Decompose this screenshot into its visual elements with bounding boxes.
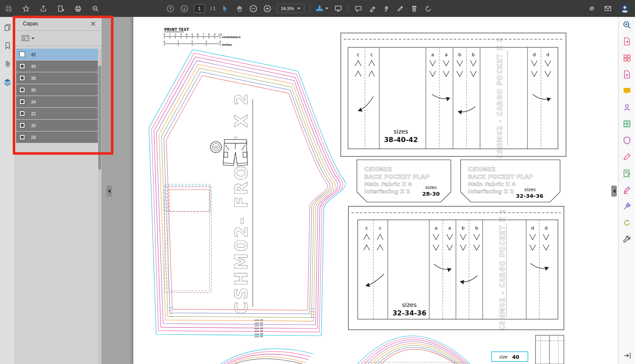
tool-export-pdf[interactable] (621, 36, 632, 46)
hand-tool-button[interactable] (235, 3, 243, 14)
svg-text:4: 4 (219, 40, 221, 44)
page-down-icon (180, 5, 188, 13)
tool-certificates[interactable] (621, 201, 632, 211)
next-page-button[interactable] (180, 3, 188, 14)
svg-text:9: 9 (214, 33, 215, 36)
svg-text:Interfacing X 2: Interfacing X 2 (468, 188, 514, 194)
toolbar-right-group (588, 0, 630, 17)
svg-text:3: 3 (180, 33, 182, 36)
svg-text:Main Fabric X 4: Main Fabric X 4 (364, 181, 412, 187)
svg-text:0: 0 (163, 33, 165, 36)
svg-text:7: 7 (202, 33, 204, 36)
page-count-label: / 1 (210, 6, 215, 11)
tool-create-pdf[interactable] (621, 69, 632, 79)
print-icon (75, 5, 82, 12)
tool-protect[interactable] (621, 135, 632, 145)
print-button[interactable] (74, 3, 82, 14)
svg-text:c: c (357, 52, 359, 57)
svg-text:6: 6 (197, 33, 199, 36)
sign-button[interactable] (382, 3, 390, 14)
svg-text:2: 2 (174, 33, 176, 36)
share-button[interactable] (39, 3, 47, 14)
attachments-button[interactable] (4, 60, 11, 69)
svg-text:BACK POCKET FLAP: BACK POCKET FLAP (364, 173, 429, 180)
zoom-in-button[interactable] (263, 3, 271, 14)
sizes-word: sizes (394, 128, 408, 135)
svg-text:size 36: size 36 (254, 330, 263, 332)
acrobat-window: / 1 34,9% (0, 0, 635, 364)
sizes-value: 38-40-42 (384, 136, 418, 144)
svg-text:CSHM02: CSHM02 (364, 166, 392, 172)
star-button[interactable] (22, 3, 30, 14)
export-page-button[interactable] (56, 3, 65, 14)
tool-more-tools[interactable] (621, 234, 632, 244)
tool-convert[interactable] (621, 218, 632, 227)
create-pdf-icon (622, 70, 632, 79)
pdf-page[interactable]: PRINT TEST 012345678910 centimeters 0123… (133, 17, 618, 364)
zoom-out-button[interactable] (249, 3, 257, 14)
hand-tool-icon (236, 5, 243, 12)
tool-search[interactable] (621, 20, 632, 30)
snap-grid-button[interactable] (316, 3, 329, 14)
save-button[interactable] (4, 3, 13, 14)
zoom-tool-button[interactable] (91, 3, 99, 14)
avatar-icon (620, 3, 630, 14)
account-button[interactable] (620, 3, 630, 14)
svg-text:c: c (365, 225, 368, 231)
partial-piece-waistband-fan (358, 336, 470, 364)
select-tool-button[interactable] (221, 3, 229, 14)
svg-text:d: d (533, 52, 536, 57)
rotate-button[interactable] (424, 3, 432, 14)
draw-button[interactable] (396, 3, 404, 14)
toolbar-divider (310, 4, 310, 13)
tool-combine-files[interactable] (621, 119, 632, 129)
tool-share[interactable] (621, 102, 632, 112)
previous-page-button[interactable] (166, 3, 174, 14)
zoom-level-dropdown[interactable]: 34,9% (277, 4, 304, 13)
tool-comment[interactable] (621, 86, 632, 96)
page-thumbnails-button[interactable] (4, 24, 11, 33)
svg-text:1: 1 (177, 40, 179, 44)
convert-doc-icon (622, 218, 632, 227)
toolbar-left-group (4, 0, 99, 17)
document-viewport: PRINT TEST 012345678910 centimeters 0123… (102, 17, 618, 364)
svg-text:d: d (547, 52, 549, 57)
reading-mode-button[interactable] (623, 352, 632, 361)
svg-text:b: b (472, 52, 475, 57)
front-size-labels: size 28 size 30 size 32 size 34 size 36 … (254, 319, 263, 338)
annotation-highlight-box (13, 16, 113, 155)
svg-text:a: a (448, 225, 451, 231)
save-icon (5, 5, 12, 12)
protect-shield-icon (622, 136, 632, 145)
svg-text:size 28: size 28 (254, 319, 263, 321)
paperclip-icon (4, 60, 11, 68)
svg-text:4: 4 (186, 33, 188, 36)
delete-button[interactable] (410, 3, 418, 14)
chevron-down-icon (297, 8, 301, 9)
highlight-button[interactable] (368, 3, 376, 14)
zoom-out-tool-icon (92, 5, 99, 12)
page-number-input[interactable] (194, 4, 205, 13)
presentation-button[interactable] (334, 3, 342, 14)
print-test-title: PRINT TEST (164, 27, 189, 32)
layers-icon (3, 78, 11, 86)
tool-organize-pages[interactable] (621, 53, 632, 63)
tool-prepare-form[interactable] (621, 168, 632, 178)
expand-right-panel-handle[interactable] (611, 186, 617, 197)
email-button[interactable] (604, 3, 612, 14)
tool-fill-sign[interactable] (621, 152, 632, 161)
layers-button[interactable] (3, 78, 11, 88)
svg-text:CSHM02: CSHM02 (468, 166, 496, 172)
top-toolbar: / 1 34,9% (0, 0, 635, 17)
svg-text:40: 40 (512, 354, 519, 360)
svg-text:3: 3 (205, 40, 207, 44)
front-piece-label: CSHM02- FRONT X 2 (232, 92, 251, 314)
mail-icon (604, 5, 612, 12)
chevron-left-icon (108, 189, 110, 193)
tool-edit-pdf[interactable] (621, 185, 632, 194)
collapse-left-panel-handle[interactable] (106, 186, 112, 197)
bookmarks-button[interactable] (4, 42, 11, 51)
svg-text:size 32: size 32 (254, 324, 263, 327)
comment-button[interactable] (354, 3, 362, 14)
share-link-button[interactable] (588, 3, 596, 14)
